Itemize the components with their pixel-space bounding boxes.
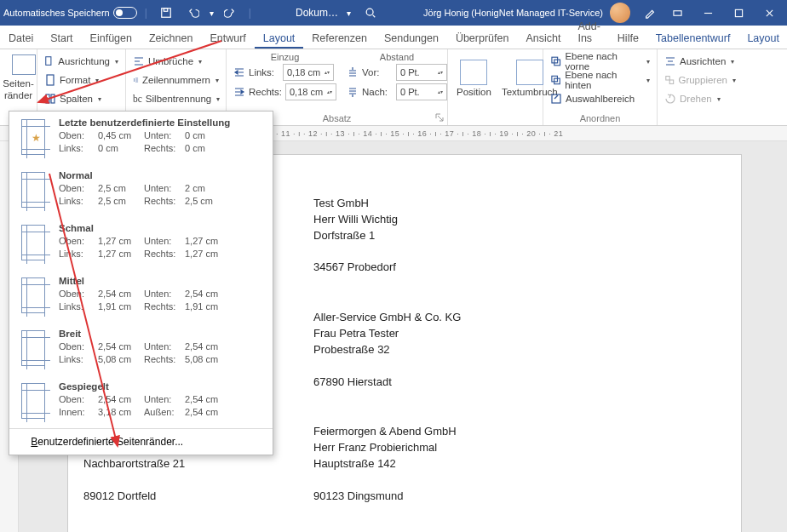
hyphenation-button[interactable]: bcSilbentrennung▾ [133,89,219,108]
margins-preset-icon [16,170,50,211]
spacing-after-field[interactable]: Nach:0 Pt.▴▾ [347,83,447,101]
tab-ueberpruefen[interactable]: Überprüfen [447,28,518,49]
address-block: Feiermorgen & Abend GmbHHerr Franz Probi… [313,424,535,504]
svg-rect-14 [552,94,560,103]
send-backward-button[interactable]: Ebene nach hinten▾ [550,71,650,89]
preset-title: Gespiegelt [59,381,264,392]
margins-preset-item[interactable]: Normal Oben:2,5 cmUnten:2 cm Links:2,5 c… [9,164,273,217]
redo-icon[interactable] [219,2,241,24]
dialog-launcher-icon[interactable] [434,112,445,123]
tab-datei[interactable]: Datei [0,28,42,49]
tab-einfuegen[interactable]: Einfügen [82,28,141,49]
chevron-down-icon[interactable]: ▾ [210,9,214,18]
chevron-down-icon[interactable]: ▾ [347,9,351,18]
margins-icon [7,54,31,77]
margins-preset-icon [16,381,50,422]
tab-ansicht[interactable]: Ansicht [517,28,569,49]
svg-rect-7 [47,75,54,85]
pen-icon[interactable] [639,2,661,24]
rotate-button[interactable]: Drehen▾ [664,89,736,108]
title-bar: Automatisches Speichern | ▾ | Dokum… ▾ J… [0,0,787,26]
svg-rect-15 [666,77,669,80]
position-button[interactable]: Position [455,57,493,100]
margins-preset-icon [16,223,50,264]
bring-forward-button[interactable]: Ebene nach vorne▾ [550,52,650,71]
undo-icon[interactable] [182,2,204,24]
preset-title: Mittel [59,276,264,286]
svg-rect-1 [164,9,167,12]
margins-preset-icon [16,276,50,317]
margins-button[interactable]: Seiten- ränder [7,52,30,103]
margins-preset-item[interactable]: Breit Oben:2,54 cmUnten:2,54 cm Links:5,… [9,323,273,375]
ribbon-tabs: Datei Start Einfügen Zeichnen Entwurf La… [0,26,787,49]
document-name[interactable]: Dokum… [296,7,338,19]
indent-right-field[interactable]: Rechts:0,18 cm▴▾ [233,83,336,101]
line-numbers-button[interactable]: Zeilennummern▾ [133,71,219,89]
margins-preset-icon [16,329,50,369]
search-icon[interactable] [359,2,382,24]
indent-header: Einzug [233,52,336,62]
selection-pane-button[interactable]: Auswahlbereich [550,89,650,108]
tab-layout[interactable]: Layout [255,28,304,49]
spacing-before-field[interactable]: Vor:0 Pt.▴▾ [347,63,447,82]
orientation-button[interactable]: Ausrichtung▾ [44,52,118,71]
textwrap-icon [516,60,543,85]
svg-point-2 [366,9,373,15]
avatar[interactable] [610,3,630,23]
tab-referenzen[interactable]: Referenzen [303,28,376,49]
columns-button[interactable]: Spalten▾ [44,89,118,108]
margins-preset-item[interactable]: Schmal Oben:1,27 cmUnten:1,27 cm Links:1… [9,217,273,270]
preset-title: Letzte benutzerdefinierte Einstellung [59,117,264,128]
minimize-button[interactable] [693,0,722,26]
custom-margins-item[interactable]: Benutzerdefinierte Seitenränder... [9,428,273,455]
svg-rect-16 [669,80,673,83]
tab-hilfe[interactable]: Hilfe [609,28,647,49]
position-icon [460,60,487,85]
group-button[interactable]: Gruppieren▾ [664,71,736,89]
margins-preset-item[interactable]: ★ Letzte benutzerdefinierte Einstellung … [9,112,273,164]
tab-tabellenentwurf[interactable]: Tabellenentwurf [647,28,739,49]
indent-left-field[interactable]: Links:0,18 cm▴▾ [233,63,336,82]
preset-title: Schmal [59,223,264,233]
spacing-header: Abstand [347,52,447,62]
toggle-icon [113,7,137,19]
address-block: Test GmbHHerr Willi WichtigDorfstraße 13… [313,196,535,276]
preset-title: Breit [59,329,264,339]
breaks-button[interactable]: Umbrüche▾ [133,52,219,71]
svg-rect-6 [46,57,51,66]
align-button[interactable]: Ausrichten▾ [664,52,736,71]
svg-rect-3 [673,10,681,15]
tab-sendungen[interactable]: Sendungen [376,28,447,49]
close-button[interactable] [755,0,784,26]
svg-rect-8 [46,94,49,103]
tab-addins[interactable]: Add-Ins [569,16,608,49]
size-button[interactable]: Format▾ [44,71,118,89]
margins-menu: ★ Letzte benutzerdefinierte Einstellung … [9,111,273,455]
svg-rect-4 [735,9,742,16]
save-icon[interactable] [155,2,177,24]
margins-preset-item[interactable]: Gespiegelt Oben:2,54 cmUnten:2,54 cm Inn… [9,375,273,428]
tab-layout-ctx[interactable]: Layout [738,28,787,49]
svg-rect-9 [51,94,55,103]
tab-start[interactable]: Start [42,28,81,49]
margins-preset-icon: ★ [16,117,50,158]
tab-entwurf[interactable]: Entwurf [201,28,254,49]
margins-preset-item[interactable]: Mittel Oben:2,54 cmUnten:2,54 cm Links:1… [9,270,273,323]
address-block: Aller-Service GmbH & Co. KGFrau Petra Te… [313,310,535,390]
ribbon-mode-icon[interactable] [663,0,692,26]
maximize-button[interactable] [724,0,753,26]
svg-rect-0 [162,9,171,18]
tab-zeichnen[interactable]: Zeichnen [141,28,201,49]
group-arrange-label: Anordnen [543,113,657,123]
preset-title: Normal [59,170,264,180]
autosave-toggle[interactable]: Automatisches Speichern [3,7,137,19]
